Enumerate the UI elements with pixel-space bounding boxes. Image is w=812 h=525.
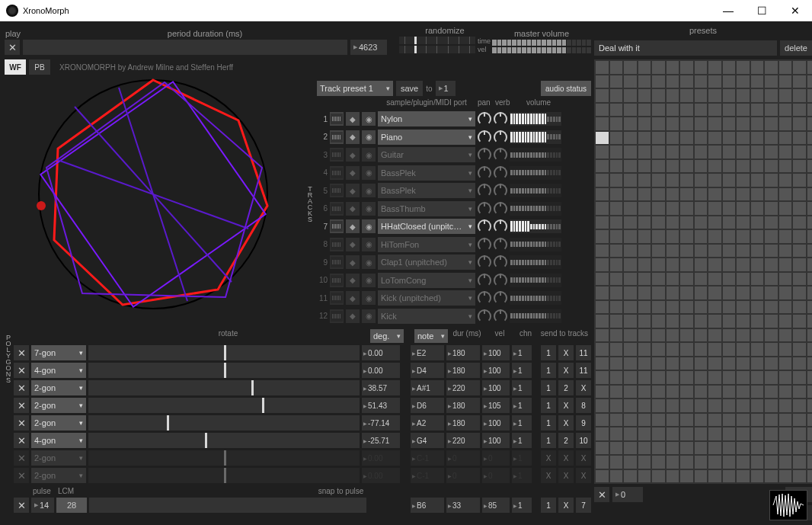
polygon-send-2[interactable]: X bbox=[558, 415, 574, 431]
preset-cell[interactable] bbox=[695, 371, 708, 384]
preset-cell[interactable] bbox=[610, 258, 623, 271]
polygon-mute-button[interactable]: ✕ bbox=[14, 363, 29, 378]
track-wave-button[interactable] bbox=[330, 130, 344, 144]
preset-cell[interactable] bbox=[765, 174, 778, 187]
preset-cell[interactable] bbox=[807, 258, 813, 271]
preset-cell[interactable] bbox=[708, 315, 721, 328]
preset-cell[interactable] bbox=[610, 216, 623, 229]
preset-cell[interactable] bbox=[652, 442, 665, 455]
preset-cell[interactable] bbox=[624, 315, 637, 328]
preset-cell[interactable] bbox=[765, 230, 778, 243]
polygon-send-2[interactable]: X bbox=[558, 345, 574, 360]
preset-cell[interactable] bbox=[779, 89, 792, 102]
preset-cell[interactable] bbox=[723, 442, 736, 455]
preset-cell[interactable] bbox=[708, 132, 721, 145]
preset-cell[interactable] bbox=[723, 160, 736, 173]
preset-cell[interactable] bbox=[596, 75, 609, 88]
preset-cell[interactable] bbox=[807, 442, 813, 455]
preset-cell[interactable] bbox=[610, 273, 623, 286]
preset-delete-button[interactable]: delete bbox=[780, 40, 812, 56]
preset-cell[interactable] bbox=[638, 273, 651, 286]
preset-cell[interactable] bbox=[723, 301, 736, 314]
preset-cell[interactable] bbox=[652, 61, 665, 74]
preset-cell[interactable] bbox=[779, 399, 792, 412]
preset-cell[interactable] bbox=[737, 160, 750, 173]
preset-cell[interactable] bbox=[765, 146, 778, 158]
preset-cell[interactable] bbox=[723, 132, 736, 145]
preset-cell[interactable] bbox=[667, 287, 679, 299]
preset-cell[interactable] bbox=[652, 343, 665, 356]
preset-cell[interactable] bbox=[708, 427, 721, 440]
preset-cell[interactable] bbox=[610, 245, 623, 258]
preset-cell[interactable] bbox=[667, 230, 679, 243]
preset-cell[interactable] bbox=[652, 230, 665, 243]
preset-cell[interactable] bbox=[751, 386, 764, 399]
track-midi-button[interactable]: ◉ bbox=[362, 219, 376, 233]
track-pan-knob[interactable] bbox=[478, 202, 491, 216]
preset-cell[interactable] bbox=[624, 89, 637, 102]
preset-cell[interactable] bbox=[737, 414, 750, 427]
preset-cell[interactable] bbox=[737, 273, 750, 286]
track-midi-button[interactable]: ◉ bbox=[362, 148, 376, 162]
preset-cell[interactable] bbox=[624, 230, 637, 243]
snap-slider[interactable] bbox=[89, 498, 366, 513]
preset-cell[interactable] bbox=[708, 287, 721, 299]
bottom-send-1[interactable]: 1 bbox=[541, 498, 556, 513]
preset-cell[interactable] bbox=[793, 75, 806, 88]
preset-cell[interactable] bbox=[737, 146, 750, 158]
polygon-chn[interactable]: 1 bbox=[512, 468, 532, 483]
track-sample-dropdown[interactable]: Kick bbox=[378, 309, 475, 324]
preset-cell[interactable] bbox=[779, 343, 792, 356]
preset-cell[interactable] bbox=[751, 230, 764, 243]
polygon-send-3[interactable]: X bbox=[576, 380, 591, 395]
track-plugin-button[interactable]: ◆ bbox=[346, 202, 360, 216]
track-preset-dropdown[interactable]: Track preset 1 bbox=[317, 81, 393, 96]
preset-cell[interactable] bbox=[779, 470, 792, 483]
bottom-send-3[interactable]: 7 bbox=[576, 498, 591, 513]
track-verb-knob[interactable] bbox=[494, 238, 507, 251]
track-sample-dropdown[interactable]: Clap1 (unpitched) bbox=[378, 254, 475, 270]
preset-cell[interactable] bbox=[652, 188, 665, 201]
track-plugin-button[interactable]: ◆ bbox=[346, 238, 360, 251]
preset-cell[interactable] bbox=[667, 89, 679, 102]
polygon-send-3[interactable]: 8 bbox=[576, 398, 591, 413]
preset-cell[interactable] bbox=[610, 202, 623, 215]
preset-cell[interactable] bbox=[793, 61, 806, 74]
preset-cell[interactable] bbox=[793, 371, 806, 384]
polygon-rotate-slider[interactable] bbox=[88, 450, 360, 466]
preset-cell[interactable] bbox=[793, 202, 806, 215]
preset-cell[interactable] bbox=[708, 258, 721, 271]
preset-cell[interactable] bbox=[667, 301, 679, 314]
bottom-dur[interactable]: 33 bbox=[446, 498, 480, 513]
polygon-dur[interactable]: 180 bbox=[446, 345, 480, 360]
preset-cell[interactable] bbox=[695, 89, 708, 102]
preset-cell[interactable] bbox=[596, 188, 609, 201]
polygon-shape-dropdown[interactable]: 2-gon bbox=[31, 398, 86, 413]
preset-cell[interactable] bbox=[765, 456, 778, 469]
preset-cell[interactable] bbox=[652, 104, 665, 117]
preset-cell[interactable] bbox=[751, 174, 764, 187]
preset-cell[interactable] bbox=[751, 258, 764, 271]
polygon-note[interactable]: A#1 bbox=[411, 380, 444, 395]
preset-cell[interactable] bbox=[779, 315, 792, 328]
polygon-note[interactable]: G4 bbox=[411, 433, 444, 448]
preset-cell[interactable] bbox=[624, 202, 637, 215]
play-button[interactable]: ✕ bbox=[5, 40, 20, 55]
track-plugin-button[interactable]: ◆ bbox=[346, 255, 360, 269]
preset-cell[interactable] bbox=[638, 160, 651, 173]
preset-cell[interactable] bbox=[667, 132, 679, 145]
polygon-send-1[interactable]: 1 bbox=[541, 363, 556, 378]
preset-cell[interactable] bbox=[765, 188, 778, 201]
preset-cell[interactable] bbox=[793, 414, 806, 427]
preset-cell[interactable] bbox=[751, 216, 764, 229]
preset-cell[interactable] bbox=[708, 343, 721, 356]
preset-cell[interactable] bbox=[737, 89, 750, 102]
preset-cell[interactable] bbox=[751, 89, 764, 102]
preset-cell[interactable] bbox=[765, 357, 778, 370]
preset-cell[interactable] bbox=[765, 104, 778, 117]
preset-cell[interactable] bbox=[779, 427, 792, 440]
preset-cell[interactable] bbox=[596, 329, 609, 342]
preset-cell[interactable] bbox=[793, 188, 806, 201]
polygon-rotate-slider[interactable] bbox=[88, 345, 360, 360]
preset-cell[interactable] bbox=[667, 456, 679, 469]
